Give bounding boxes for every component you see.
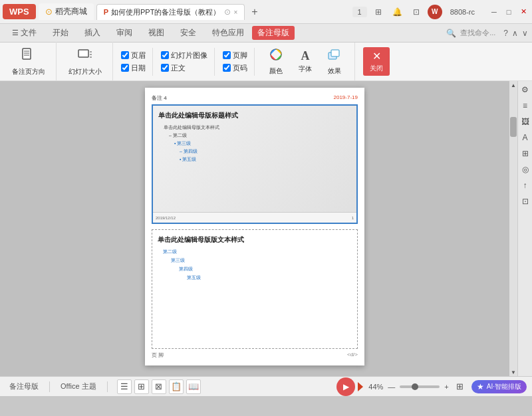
slide-footer-left: 2019/12/12 bbox=[156, 216, 176, 220]
wps-logo[interactable]: WPS bbox=[3, 4, 36, 19]
collapse-btn[interactable]: ∨ bbox=[522, 29, 528, 38]
search-area: 🔍 查找命令... ? ∧ ∨ bbox=[446, 28, 528, 38]
right-tool-1[interactable]: ⚙ bbox=[519, 84, 531, 96]
tab-notes-master[interactable]: 备注母版 bbox=[252, 26, 295, 40]
notes-direction-btn[interactable]: 备注页方向 bbox=[8, 45, 49, 78]
account-name: 8808-rc bbox=[448, 7, 477, 17]
body-checkbox[interactable]: 正文 bbox=[161, 63, 207, 73]
right-tool-2[interactable]: ≡ bbox=[519, 100, 531, 112]
grid-view-btn[interactable]: ⊠ bbox=[152, 379, 166, 394]
slide-view-btn[interactable]: ⊞ bbox=[134, 379, 149, 394]
scroll-thumb[interactable] bbox=[510, 117, 517, 137]
close-ribbon-icon: ✕ bbox=[372, 50, 381, 62]
page-num-checkbox[interactable]: 页码 bbox=[223, 63, 247, 73]
svg-rect-10 bbox=[331, 50, 339, 56]
tab-list-btn[interactable]: ⊞ bbox=[372, 6, 384, 18]
svg-rect-4 bbox=[78, 50, 88, 57]
font-label: 字体 bbox=[299, 64, 312, 74]
zoom-minus-btn[interactable]: — bbox=[386, 383, 397, 391]
title-bar: WPS ⊙ 稻壳商城 P 如何使用PPT的备注母版（教程） ⊙ × + 1 ⊞ … bbox=[0, 0, 532, 24]
slide-title: 单击此处编辑母版标题样式 bbox=[158, 111, 351, 120]
notes-line-5: 第五级 bbox=[187, 274, 352, 281]
notes-master-mode[interactable]: 备注母版 bbox=[5, 380, 43, 393]
tab-document[interactable]: P 如何使用PPT的备注母版（教程） ⊙ × bbox=[96, 4, 245, 20]
page-footer-right: <d/> bbox=[347, 352, 358, 359]
svg-rect-0 bbox=[23, 49, 31, 59]
expand-btn[interactable]: ∧ bbox=[512, 29, 518, 38]
page-footer-left: 页 脚 bbox=[152, 352, 164, 359]
tab-close-btn[interactable]: × bbox=[233, 9, 237, 16]
page-header-left: 备注 4 bbox=[152, 94, 167, 102]
checkbox-group3: 页脚 页码 bbox=[219, 48, 255, 76]
document-page: 备注 4 2019-7-19 单击此处编辑母版标题样式 单击此处编辑母版文本样式… bbox=[145, 88, 364, 365]
status-divider-1 bbox=[49, 381, 50, 392]
right-tool-6[interactable]: ◎ bbox=[519, 163, 531, 175]
right-tool-7[interactable]: ↑ bbox=[519, 179, 531, 191]
tab-insert[interactable]: 插入 bbox=[76, 25, 108, 41]
scroll-up-btn[interactable]: ▲ bbox=[509, 81, 517, 89]
user-avatar[interactable]: W bbox=[428, 5, 442, 19]
font-btn[interactable]: A 字体 bbox=[292, 47, 319, 76]
effect-label: 效果 bbox=[328, 66, 341, 76]
color-btn[interactable]: 颜色 bbox=[263, 45, 289, 78]
office-theme-label[interactable]: Office 主题 bbox=[57, 380, 100, 393]
account-icon-btn[interactable]: 🔔 bbox=[390, 6, 405, 18]
tab-start[interactable]: 开始 bbox=[45, 25, 76, 41]
scroll-down-btn[interactable]: ▼ bbox=[509, 368, 517, 376]
slide-image-checkbox[interactable]: 幻灯片图像 bbox=[161, 51, 207, 60]
slide-bullet-1: 单击此处编辑母版文本样式 bbox=[164, 124, 351, 131]
main-area: 备注 4 2019-7-19 单击此处编辑母版标题样式 单击此处编辑母版文本样式… bbox=[0, 81, 532, 376]
right-tool-3[interactable]: 🖼 bbox=[519, 116, 531, 128]
notes-area[interactable]: 单击此处编辑母版版文本样式 第二级 第三级 第四级 第五级 bbox=[152, 229, 358, 349]
status-left: 备注母版 Office 主题 ☰ ⊞ ⊠ 📋 📖 bbox=[5, 379, 201, 394]
maximize-btn[interactable]: □ bbox=[503, 6, 515, 18]
toolbar: 备注页方向 幻灯片大小 页眉 日期 bbox=[0, 43, 532, 81]
color-label: 颜色 bbox=[269, 66, 283, 76]
new-tab-btn[interactable]: + bbox=[247, 6, 261, 18]
reading-view-btn[interactable]: 📖 bbox=[186, 379, 201, 394]
editor-area: 备注 4 2019-7-19 单击此处编辑母版标题样式 单击此处编辑母版文本样式… bbox=[0, 81, 509, 376]
tab-view[interactable]: 视图 bbox=[140, 25, 172, 41]
tab-file[interactable]: ☰ 文件 bbox=[4, 25, 45, 41]
play-slideshow-btn[interactable]: ▶ bbox=[336, 377, 355, 396]
screen-mode-btn[interactable]: ⊡ bbox=[410, 6, 422, 18]
close-window-btn[interactable]: ✕ bbox=[517, 6, 529, 18]
tab-review[interactable]: 审阅 bbox=[108, 25, 140, 41]
notes-line-2: 第二级 bbox=[163, 249, 352, 255]
help-btn[interactable]: ? bbox=[503, 29, 508, 38]
notes-view-btn[interactable]: 📋 bbox=[169, 379, 184, 394]
ribbon-tabs: ☰ 文件 开始 插入 审阅 视图 安全 特色应用 备注母版 🔍 查找命令... … bbox=[0, 24, 532, 43]
outline-view-btn[interactable]: ☰ bbox=[117, 379, 132, 394]
right-tool-5[interactable]: ⊞ bbox=[519, 148, 531, 159]
slide-size-btn[interactable]: 幻灯片大小 bbox=[65, 45, 106, 78]
header-checkbox[interactable]: 页眉 bbox=[121, 51, 146, 60]
zoom-plus-btn[interactable]: + bbox=[442, 383, 450, 391]
page-header: 备注 4 2019-7-19 bbox=[152, 94, 358, 102]
ai-smart-layout-btn[interactable]: ★ AI·智能排版 bbox=[471, 380, 527, 393]
date-checkbox[interactable]: 日期 bbox=[121, 63, 146, 73]
footer-checkbox[interactable]: 页脚 bbox=[223, 51, 247, 60]
layout-icons: ☰ ⊞ ⊠ 📋 📖 bbox=[117, 379, 201, 394]
tab-count-badge[interactable]: 1 bbox=[352, 7, 367, 17]
tab-security[interactable]: 安全 bbox=[172, 25, 204, 41]
search-label[interactable]: 查找命令... bbox=[460, 28, 495, 38]
slide-preview[interactable]: 单击此处编辑母版标题样式 单击此处编辑母版文本样式 – 第二级 • 第三级 – … bbox=[152, 104, 358, 224]
right-tool-8[interactable]: ⊡ bbox=[519, 195, 531, 207]
right-tool-4[interactable]: A bbox=[519, 132, 531, 144]
notes-direction-icon bbox=[21, 47, 37, 66]
tab-special-color[interactable]: 特色应用 bbox=[204, 25, 252, 41]
minimize-btn[interactable]: ─ bbox=[488, 6, 500, 18]
tab-mahogany[interactable]: ⊙ 稻壳商城 bbox=[39, 3, 94, 20]
close-notes-master-btn[interactable]: ✕ 关闭 bbox=[363, 47, 390, 76]
zoom-thumb[interactable] bbox=[412, 383, 418, 390]
slide-size-icon bbox=[77, 47, 93, 66]
zoom-level: 44% bbox=[368, 383, 383, 391]
scroll-track[interactable] bbox=[509, 89, 517, 368]
zoom-slider[interactable] bbox=[400, 385, 440, 388]
effect-btn[interactable]: 效果 bbox=[321, 45, 348, 78]
notes-line-4: 第四级 bbox=[179, 266, 352, 272]
slide-bullet-3: • 第三级 bbox=[174, 140, 351, 147]
fullscreen-btn[interactable]: ⊞ bbox=[456, 381, 464, 391]
play-options-btn[interactable] bbox=[358, 382, 363, 391]
vertical-scrollbar[interactable]: ▲ ▼ bbox=[509, 81, 517, 376]
